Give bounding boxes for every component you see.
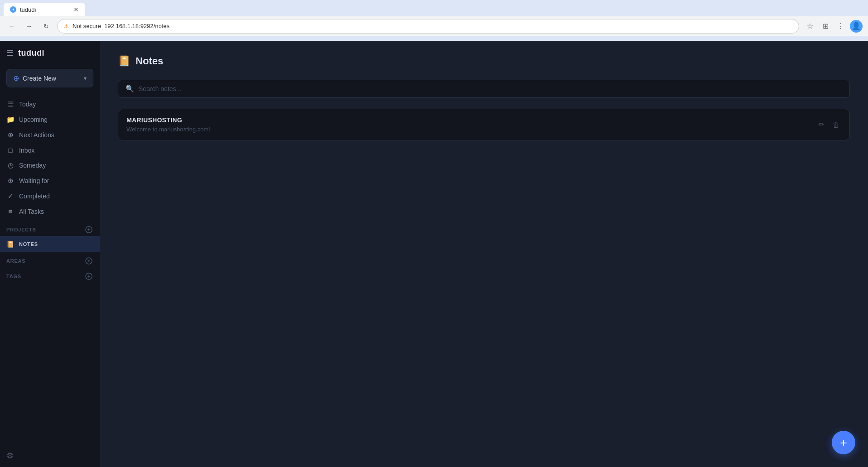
sidebar-item-completed-label: Completed: [19, 193, 50, 200]
address-bar[interactable]: ⚠ Not secure 192.168.1.18:9292/notes: [57, 19, 799, 34]
nav-section: ☰ Today 📁 Upcoming ⊕ Next Actions □ Inbo…: [0, 95, 100, 221]
search-input[interactable]: [139, 85, 842, 92]
hamburger-button[interactable]: ☰: [6, 48, 14, 58]
upcoming-icon: 📁: [6, 116, 15, 124]
sidebar-item-inbox-label: Inbox: [19, 147, 34, 154]
tags-add-button[interactable]: [84, 272, 93, 281]
sidebar-item-today[interactable]: ☰ Today: [0, 96, 100, 112]
projects-section-label: PROJECTS: [6, 227, 36, 232]
sidebar-item-next-actions-label: Next Actions: [19, 131, 54, 139]
sidebar-item-someday-label: Someday: [19, 162, 46, 169]
sidebar-item-today-label: Today: [19, 101, 36, 108]
tags-section-label: TAGS: [6, 274, 21, 279]
main-content: 📔 Notes 🔍 MARIUSHOSTING Welcome to mariu…: [100, 41, 868, 467]
someday-icon: ◷: [6, 161, 15, 169]
extensions-button[interactable]: ⊞: [819, 20, 832, 33]
note-card[interactable]: MARIUSHOSTING Welcome to mariushosting.c…: [118, 109, 850, 140]
chevron-down-icon: ▾: [84, 75, 87, 82]
today-icon: ☰: [6, 100, 15, 108]
settings-button[interactable]: ⚙: [6, 451, 14, 461]
tab-favicon: ✦: [10, 6, 16, 13]
next-actions-icon: ⊕: [6, 131, 15, 139]
waiting-for-icon: ⊕: [6, 177, 15, 185]
sidebar-item-next-actions[interactable]: ⊕ Next Actions: [0, 127, 100, 143]
notes-section-icon: 📔: [6, 241, 15, 248]
completed-icon: ✓: [6, 192, 15, 200]
sidebar-item-all-tasks-label: All Tasks: [19, 208, 44, 215]
profile-button[interactable]: 👤: [850, 20, 863, 33]
search-icon: 🔍: [126, 85, 134, 93]
reload-button[interactable]: ↻: [40, 20, 53, 33]
edit-note-button[interactable]: ✏: [817, 119, 826, 130]
notes-section-item[interactable]: 📔 NOTES: [0, 236, 100, 252]
areas-add-button[interactable]: [84, 256, 93, 265]
tab-close-button[interactable]: ✕: [73, 6, 79, 13]
note-card-title: MARIUSHOSTING: [126, 116, 210, 124]
sidebar-footer: ⚙: [0, 444, 100, 467]
delete-note-button[interactable]: 🗑: [831, 119, 841, 130]
sidebar-item-waiting-for-label: Waiting for: [19, 177, 49, 184]
sidebar-item-upcoming[interactable]: 📁 Upcoming: [0, 112, 100, 127]
create-new-button[interactable]: ⊕ Create New ▾: [6, 69, 93, 87]
page-header: 📔 Notes: [118, 55, 850, 67]
profile-avatar: 👤: [852, 22, 861, 30]
sidebar-item-waiting-for[interactable]: ⊕ Waiting for: [0, 173, 100, 188]
browser-chrome: ✦ tududi ✕ ← → ↻ ⚠ Not secure 192.168.1.…: [0, 0, 868, 41]
browser-tab[interactable]: ✦ tududi ✕: [4, 3, 85, 16]
sidebar-item-upcoming-label: Upcoming: [19, 116, 48, 123]
note-card-actions: ✏ 🗑: [817, 119, 841, 130]
sidebar-item-someday[interactable]: ◷ Someday: [0, 158, 100, 173]
app-logo: tududi: [18, 48, 44, 58]
sidebar-item-all-tasks[interactable]: ≡ All Tasks: [0, 204, 100, 219]
browser-toolbar: ← → ↻ ⚠ Not secure 192.168.1.18:9292/not…: [0, 16, 868, 36]
bookmark-button[interactable]: ☆: [804, 20, 816, 33]
note-card-content: MARIUSHOSTING Welcome to mariushosting.c…: [126, 116, 210, 133]
projects-add-button[interactable]: [84, 225, 93, 234]
search-bar[interactable]: 🔍: [118, 80, 850, 98]
browser-actions: ☆ ⊞ ⋮ 👤: [804, 20, 863, 33]
page-title-icon: 📔: [118, 55, 130, 67]
create-new-label: Create New: [23, 75, 56, 82]
page-title: Notes: [136, 55, 163, 67]
areas-section-label: AREAS: [6, 258, 26, 264]
projects-section-header: PROJECTS: [0, 221, 100, 236]
areas-section-header: AREAS: [0, 252, 100, 267]
sidebar-item-inbox[interactable]: □ Inbox: [0, 143, 100, 158]
app-container: ☰ tududi ⊕ Create New ▾ ☰ Today 📁 Upcomi…: [0, 41, 868, 467]
sidebar: ☰ tududi ⊕ Create New ▾ ☰ Today 📁 Upcomi…: [0, 41, 100, 467]
notes-section-label: NOTES: [19, 241, 38, 247]
inbox-icon: □: [6, 146, 15, 154]
note-card-subtitle: Welcome to mariushosting.com!: [126, 126, 210, 133]
all-tasks-icon: ≡: [6, 207, 15, 215]
sidebar-header: ☰ tududi: [0, 41, 100, 65]
security-icon: ⚠: [64, 23, 69, 29]
sidebar-item-completed[interactable]: ✓ Completed: [0, 188, 100, 204]
back-button[interactable]: ←: [5, 20, 18, 33]
browser-tabs: ✦ tududi ✕: [0, 0, 868, 16]
forward-button[interactable]: →: [23, 20, 35, 33]
fab-add-button[interactable]: +: [832, 431, 855, 454]
tags-section-header: TAGS: [0, 267, 100, 283]
address-text: Not secure 192.168.1.18:9292/notes: [73, 23, 170, 29]
menu-button[interactable]: ⋮: [834, 20, 847, 33]
create-new-icon: ⊕: [13, 74, 19, 82]
fab-icon: +: [840, 436, 847, 450]
tab-title: tududi: [20, 6, 36, 13]
